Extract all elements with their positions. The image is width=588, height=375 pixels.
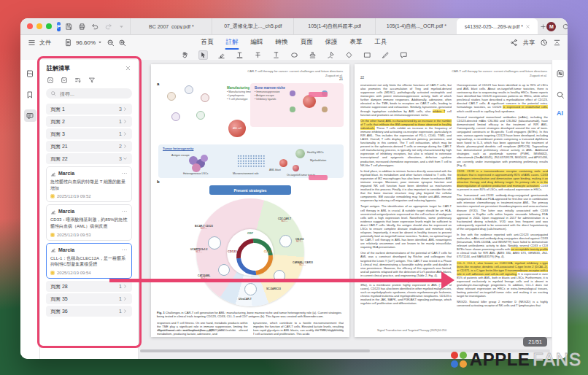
- account-avatar[interactable]: M: [546, 22, 556, 31]
- annotation-card[interactable]: MarciaCD33：唾液酸殘基刺激，約85%的急性髓性白血病（AML）病例反應…: [46, 204, 132, 240]
- pen-tool[interactable]: [381, 50, 390, 60]
- chevron-right-icon: [123, 144, 128, 149]
- collapse-toolbar-icon[interactable]: [553, 39, 561, 47]
- annotation-page-group[interactable]: 頁面 212: [46, 141, 132, 152]
- card-menu-icon[interactable]: [121, 208, 128, 214]
- traffic-lights[interactable]: [27, 23, 52, 29]
- document-tab-tab-science-ocr[interactable]: 105(1-4)自然..._OCR.pdf *: [375, 18, 457, 34]
- annotation-page-group[interactable]: 頁面 13: [46, 104, 132, 115]
- close-window-button[interactable]: [27, 23, 33, 29]
- annotation-search[interactable]: [46, 88, 132, 98]
- close-panel-icon[interactable]: [125, 65, 131, 71]
- zoom-in-icon[interactable]: [118, 39, 126, 47]
- shape-tool[interactable]: [344, 50, 354, 60]
- clinical-trial-label: CARAML / CAR33NCT…: [293, 261, 313, 267]
- thumbnails-icon: [26, 69, 34, 78]
- filter-icon[interactable]: [88, 77, 96, 84]
- app-window: P BC 2007_copy.pdf *07_選修化學上..._ch5.pdf1…: [20, 18, 568, 359]
- annotation-page-group[interactable]: 頁面 281: [46, 281, 132, 292]
- share-label[interactable]: 共享: [523, 39, 535, 47]
- hand-icon: [181, 51, 189, 59]
- annotations-panel-icon[interactable]: [24, 109, 36, 122]
- annotation-timestamp: 2025/12/19 09:54: [50, 271, 128, 275]
- select-tool[interactable]: [198, 50, 208, 60]
- document-tab-tab-chem-ch5[interactable]: 07_選修化學上..._ch5.pdf: [212, 18, 293, 34]
- save-icon[interactable]: [65, 23, 73, 31]
- page-group-label: 頁面 22: [50, 155, 68, 163]
- comment-tool[interactable]: [399, 50, 409, 60]
- stamp-tool[interactable]: [308, 50, 317, 60]
- horizontal-scrollbar[interactable]: [140, 349, 550, 352]
- file-menu-icon[interactable]: [28, 39, 36, 47]
- ribbon-tab-home[interactable]: 首頁: [201, 36, 214, 49]
- search-input[interactable]: [58, 90, 120, 97]
- annotation-page-group[interactable]: 頁面 351: [46, 293, 132, 304]
- annotation-page-group[interactable]: 頁面 223: [46, 153, 132, 164]
- annotation-page-group[interactable]: 頁面 21: [46, 116, 132, 127]
- card-menu-icon[interactable]: [121, 247, 128, 253]
- clinical-trial-label: BiCAR-T CD123NCT…: [195, 225, 213, 231]
- annotation-author: Marcia: [58, 171, 119, 176]
- pdf-view-area: CAR-T cell therapy for cancer: current c…: [139, 60, 552, 359]
- document-tabs: BC 2007_copy.pdf *07_選修化學上..._ch5.pdf105…: [130, 18, 538, 34]
- app-logo-icon: P: [57, 22, 61, 31]
- page-view-icon[interactable]: [64, 39, 72, 47]
- undo-icon[interactable]: [91, 23, 99, 31]
- document-tab-tab-science-book[interactable]: 105(1-4)自然科題本.pdf: [293, 18, 375, 34]
- signature-tool[interactable]: [326, 50, 336, 60]
- ribbon-tab-page[interactable]: 頁面: [300, 36, 314, 49]
- ribbon-tab-convert[interactable]: 轉換: [275, 36, 289, 49]
- history-icon[interactable]: [540, 39, 548, 47]
- card-menu-icon[interactable]: [121, 170, 128, 177]
- highlight-color-dot: [50, 194, 55, 198]
- annotation-page-group[interactable]: 頁面 361: [46, 306, 132, 317]
- print-icon[interactable]: [78, 23, 86, 31]
- ribbon-tab-tools[interactable]: 工具: [374, 36, 388, 49]
- annotation-timestamp: 2025/12/19 09:52: [50, 194, 128, 198]
- more-actions-caret-icon[interactable]: [117, 23, 125, 31]
- new-tab-button[interactable]: [540, 20, 546, 32]
- ellipse-tool[interactable]: [290, 50, 299, 60]
- left-icon-strip: [20, 60, 40, 359]
- zoom-window-button[interactable]: [46, 23, 52, 29]
- collapse-all-icon[interactable]: [47, 77, 54, 84]
- ribbon-tab-edit[interactable]: 編輯: [250, 36, 264, 49]
- zoom-out-icon[interactable]: [107, 39, 115, 47]
- thumbnails-panel-icon[interactable]: [24, 67, 36, 80]
- ai-assistant-button[interactable]: AI: [557, 109, 563, 117]
- text-highlight-tool[interactable]: [235, 50, 244, 60]
- tstrike-icon: [254, 51, 262, 59]
- tab-close-icon[interactable]: [525, 24, 530, 29]
- highlight-draw-tool[interactable]: [217, 50, 226, 60]
- document-tab-tab-s41392[interactable]: s41392-025-...269-w.pdf *: [457, 18, 538, 34]
- annotation-card[interactable]: MarciaCLL-1：也稱為CLEC12A，是一種髓系抑制性C型凝集素樣受體2…: [46, 243, 132, 279]
- annotation-page-group[interactable]: 頁面 31: [46, 128, 132, 139]
- underline-tool[interactable]: [271, 50, 281, 60]
- scrollbar-thumb[interactable]: [140, 349, 370, 352]
- ribbon-tab-protect[interactable]: 保護: [325, 36, 339, 49]
- share-icon[interactable]: [510, 39, 518, 47]
- ribbon-tab-annotate[interactable]: 註解: [225, 36, 239, 49]
- search-panel-icon[interactable]: [554, 88, 566, 101]
- clinical-trial-label: CD7-CAR-TNCT…: [278, 217, 291, 223]
- page-indicator-badge: 21/51: [523, 337, 547, 347]
- highlighter-icon: [217, 51, 225, 59]
- page-group-count: 1: [119, 309, 128, 314]
- document-tab-tab-bc2007[interactable]: BC 2007_copy.pdf *: [130, 18, 212, 34]
- expand-all-icon[interactable]: [61, 77, 68, 84]
- zoom-level[interactable]: 96.60%: [76, 39, 103, 46]
- hand-tool[interactable]: [180, 50, 190, 60]
- document-tab-label: 105(1-4)自然..._OCR.pdf *: [387, 23, 446, 30]
- redo-icon[interactable]: [104, 23, 112, 31]
- strikethrough-tool[interactable]: [253, 50, 263, 60]
- rectangle-tool[interactable]: [363, 50, 372, 60]
- sync-icon[interactable]: [562, 23, 568, 31]
- pen-icon: [382, 51, 390, 59]
- properties-panel-icon[interactable]: [554, 67, 566, 80]
- annotation-card[interactable]: Marcia急性髓性白血病的特徵是 T 細胞的數量增加2025/12/19 09…: [46, 166, 132, 202]
- ribbon-tab-form[interactable]: 表單: [349, 36, 363, 49]
- bookmarks-panel-icon[interactable]: [24, 88, 36, 101]
- minimize-window-button[interactable]: [36, 23, 42, 29]
- file-menu-label[interactable]: 文件: [39, 39, 51, 47]
- sort-icon[interactable]: [74, 77, 82, 84]
